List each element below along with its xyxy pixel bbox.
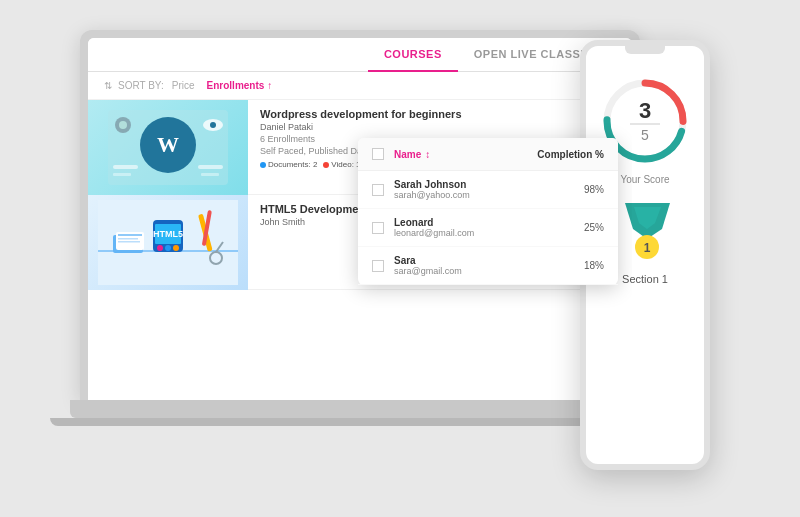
- tag-documents-label: Documents: 2: [268, 160, 317, 169]
- user-info-1: Sarah Johnson sarah@yahoo.com: [394, 179, 584, 200]
- sort-bar: ⇅ SORT BY: Price Enrollments ↑: [88, 72, 632, 100]
- completion-3: 18%: [584, 260, 604, 271]
- svg-rect-10: [201, 173, 219, 176]
- laptop-screen-border: COURSES OPEN LIVE CLASSES ⇅ SORT BY: Pri…: [80, 30, 640, 400]
- svg-rect-9: [198, 165, 223, 169]
- your-score-label: Your Score: [620, 174, 669, 185]
- svg-rect-8: [113, 173, 131, 176]
- svg-point-22: [165, 245, 171, 251]
- html5-illustration: HTML5: [98, 200, 238, 285]
- medal-svg: 1: [620, 201, 675, 259]
- tab-courses[interactable]: COURSES: [368, 38, 458, 72]
- medal-container: 1: [620, 201, 670, 245]
- svg-rect-15: [118, 234, 142, 236]
- svg-rect-16: [118, 238, 138, 240]
- score-number: 3: [630, 100, 660, 122]
- screen-content: COURSES OPEN LIVE CLASSES ⇅ SORT BY: Pri…: [88, 38, 632, 400]
- svg-rect-17: [118, 241, 140, 243]
- dropdown-header: Name ↕ Completion %: [358, 138, 618, 171]
- user-email-3: sara@gmail.com: [394, 266, 584, 276]
- sort-by-label: SORT BY:: [118, 80, 164, 91]
- score-total: 5: [630, 127, 660, 143]
- svg-text:W: W: [157, 132, 179, 157]
- dropdown-sort-icon: ↕: [425, 149, 430, 160]
- sort-icon: ⇅: [104, 80, 112, 91]
- html-graphic: HTML5: [98, 203, 238, 283]
- svg-point-23: [173, 245, 179, 251]
- sort-enrollments[interactable]: Enrollments: [207, 80, 265, 91]
- dropdown-completion-col: Completion %: [537, 149, 604, 160]
- laptop-base: [70, 400, 650, 418]
- laptop-foot: [50, 418, 670, 426]
- svg-text:1: 1: [644, 241, 651, 255]
- user-email-1: sarah@yahoo.com: [394, 190, 584, 200]
- user-name-1: Sarah Johnson: [394, 179, 584, 190]
- tag-documents: Documents: 2: [260, 160, 317, 169]
- course-thumbnail-wp: W: [88, 100, 248, 195]
- svg-rect-7: [113, 165, 138, 169]
- dropdown-row[interactable]: Sarah Johnson sarah@yahoo.com 98%: [358, 171, 618, 209]
- completion-1: 98%: [584, 184, 604, 195]
- dropdown-name-col[interactable]: Name ↕: [394, 149, 537, 160]
- dropdown-name-label: Name: [394, 149, 421, 160]
- course-thumbnail-html: HTML5: [88, 195, 248, 290]
- row-checkbox-2[interactable]: [372, 222, 384, 234]
- phone-notch: [625, 46, 665, 54]
- score-text: 3 5: [630, 100, 660, 143]
- completion-2: 25%: [584, 222, 604, 233]
- svg-point-6: [210, 122, 216, 128]
- svg-point-4: [119, 121, 127, 129]
- user-info-2: Leonard leonard@gmail.com: [394, 217, 584, 238]
- tag-dot-blue: [260, 162, 266, 168]
- user-name-3: Sara: [394, 255, 584, 266]
- medal-shape: 1: [620, 201, 670, 245]
- dropdown-row[interactable]: Sara sara@gmail.com 18%: [358, 247, 618, 285]
- user-name-2: Leonard: [394, 217, 584, 228]
- course-title: Wordpress development for beginners: [260, 108, 620, 120]
- tag-dot-red: [323, 162, 329, 168]
- row-checkbox-1[interactable]: [372, 184, 384, 196]
- sort-price[interactable]: Price: [172, 80, 195, 91]
- score-divider: [630, 124, 660, 125]
- row-checkbox-3[interactable]: [372, 260, 384, 272]
- completion-dropdown: Name ↕ Completion % Sarah Johnson sarah@…: [358, 138, 618, 285]
- laptop-device: COURSES OPEN LIVE CLASSES ⇅ SORT BY: Pri…: [80, 30, 640, 450]
- tag-video: Video: 1: [323, 160, 360, 169]
- header-checkbox[interactable]: [372, 148, 384, 160]
- sort-arrow: ↑: [267, 80, 272, 91]
- course-author: Daniel Pataki: [260, 122, 620, 132]
- tab-bar: COURSES OPEN LIVE CLASSES: [88, 38, 632, 72]
- main-scene: COURSES OPEN LIVE CLASSES ⇅ SORT BY: Pri…: [0, 0, 800, 517]
- laptop-screen: COURSES OPEN LIVE CLASSES ⇅ SORT BY: Pri…: [88, 38, 632, 400]
- section-label: Section 1: [622, 273, 668, 285]
- tag-video-label: Video: 1: [331, 160, 360, 169]
- svg-text:HTML5: HTML5: [153, 229, 183, 239]
- svg-point-21: [157, 245, 163, 251]
- user-info-3: Sara sara@gmail.com: [394, 255, 584, 276]
- user-email-2: leonard@gmail.com: [394, 228, 584, 238]
- wp-logo-area: W: [88, 100, 248, 195]
- wp-illustration: W: [103, 105, 233, 190]
- dropdown-row[interactable]: Leonard leonard@gmail.com 25%: [358, 209, 618, 247]
